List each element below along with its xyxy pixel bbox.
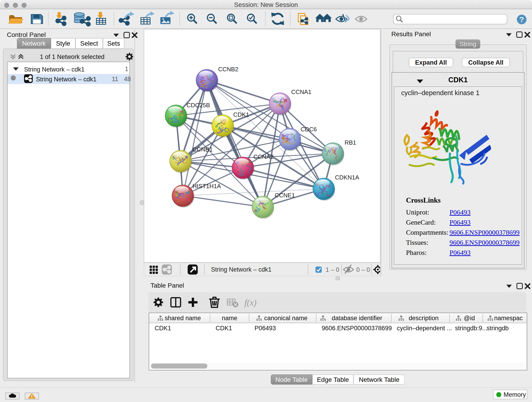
svg-text:RB1: RB1 [345, 139, 356, 146]
svg-text:@id: @id [464, 315, 475, 322]
svg-text:namespac: namespac [494, 315, 523, 322]
svg-text:1 of 1 Network selected: 1 of 1 Network selected [40, 53, 104, 60]
svg-text:0 – 0: 0 – 0 [356, 266, 370, 273]
svg-text:CDK1: CDK1 [233, 111, 249, 118]
svg-text:database identifier: database identifier [332, 315, 382, 322]
svg-text:description: description [409, 315, 439, 322]
svg-text:String Network – cdk1: String Network – cdk1 [211, 266, 272, 273]
svg-text:CDC6: CDC6 [301, 126, 317, 133]
svg-text:HIST1H1A: HIST1H1A [192, 183, 221, 190]
svg-text:shared name: shared name [165, 315, 201, 322]
svg-text:CDC25B: CDC25B [186, 102, 210, 109]
svg-text:CCNA1: CCNA1 [291, 89, 311, 95]
svg-text:CCNB2: CCNB2 [218, 66, 238, 73]
svg-text:canonical name: canonical name [264, 315, 307, 322]
svg-text:name: name [222, 315, 237, 322]
svg-text:CDKN1A: CDKN1A [335, 174, 359, 181]
svg-text:f(x): f(x) [244, 298, 257, 307]
svg-text:?: ? [519, 15, 524, 24]
svg-text:CCNB1: CCNB1 [192, 146, 213, 153]
svg-text:1 – 0: 1 – 0 [326, 266, 339, 273]
svg-text:CCNE1: CCNE1 [275, 192, 295, 199]
svg-text:CCNA2: CCNA2 [253, 153, 273, 160]
